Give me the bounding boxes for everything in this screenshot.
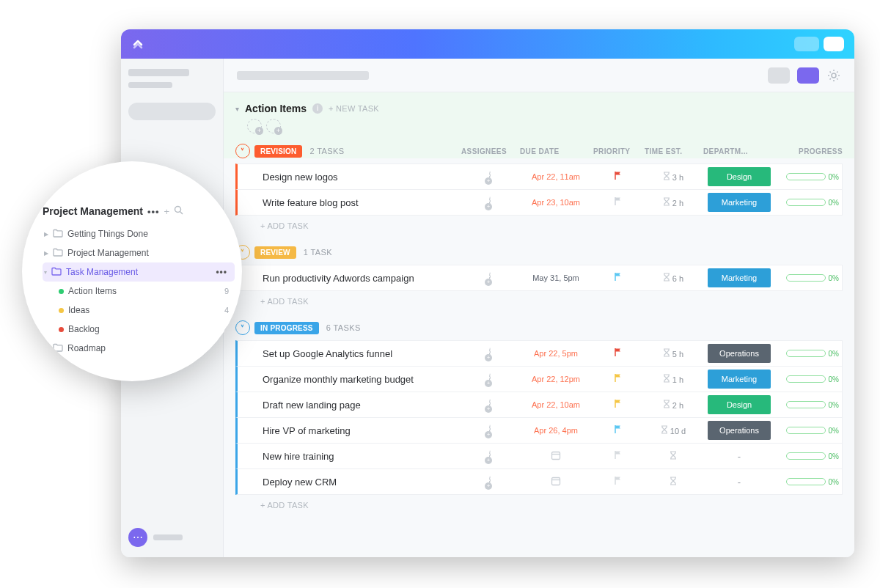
gear-icon[interactable] — [826, 68, 841, 83]
priority-flag-icon[interactable] — [593, 450, 644, 462]
progress-cell[interactable]: 0% — [776, 173, 842, 181]
more-options-icon[interactable]: ••• — [147, 206, 160, 217]
assignee-add-icon[interactable] — [489, 171, 491, 183]
calendar-icon[interactable] — [519, 476, 593, 488]
group-collapse-icon[interactable]: ˅ — [235, 144, 250, 158]
priority-flag-icon[interactable] — [593, 171, 644, 183]
status-chip[interactable]: REVIEW — [254, 246, 296, 259]
task-row[interactable]: Set up Google Analytics funnel Apr 22, 5… — [235, 340, 843, 367]
more-options-icon[interactable]: ••• — [216, 267, 235, 277]
folder-item[interactable]: ▶ Project Management — [43, 243, 235, 262]
add-task-button[interactable]: + ADD TASK — [235, 291, 843, 309]
task-row[interactable]: Design new logos Apr 22, 11am 3 h Design… — [235, 163, 843, 190]
add-task-button[interactable]: + ADD TASK — [235, 495, 843, 512]
tree-caret-icon[interactable]: ▶ — [44, 250, 48, 257]
list-item[interactable]: Action Items 9 — [43, 282, 235, 301]
tree-caret-icon[interactable]: ▶ — [44, 345, 48, 352]
add-icon[interactable]: + — [164, 206, 170, 217]
time-estimate[interactable]: 10 d — [644, 425, 703, 436]
time-estimate[interactable]: 6 h — [644, 273, 703, 283]
progress-cell[interactable]: 0% — [776, 452, 842, 460]
time-estimate[interactable]: 5 h — [644, 348, 703, 359]
task-name[interactable]: Draft new landing page — [257, 400, 461, 411]
due-date[interactable]: Apr 22, 10am — [519, 400, 593, 409]
progress-cell[interactable]: 0% — [776, 350, 842, 358]
priority-flag-icon[interactable] — [593, 373, 644, 385]
priority-flag-icon[interactable] — [593, 425, 644, 436]
task-name[interactable]: Design new logos — [257, 172, 461, 183]
view-toggle-2[interactable] — [797, 67, 819, 84]
department-chip[interactable]: Design — [703, 167, 776, 186]
priority-flag-icon[interactable] — [593, 476, 644, 488]
priority-flag-icon[interactable] — [593, 196, 644, 208]
list-item[interactable]: Ideas 4 — [43, 301, 235, 320]
assignee-add-icon[interactable] — [489, 373, 491, 386]
add-flag-icon[interactable] — [247, 119, 262, 133]
task-name[interactable]: Hire VP of marketing — [257, 425, 461, 436]
sidebar-search[interactable] — [128, 103, 216, 120]
department-chip[interactable]: Operations — [703, 421, 776, 440]
progress-cell[interactable]: 0% — [776, 274, 842, 282]
info-icon[interactable]: i — [312, 103, 323, 114]
assignee-add-icon[interactable] — [489, 196, 491, 209]
department-chip[interactable]: Operations — [703, 344, 776, 363]
time-estimate-empty[interactable] — [644, 477, 703, 487]
assignee-add-icon[interactable] — [489, 450, 491, 463]
department-chip[interactable]: Marketing — [703, 370, 776, 389]
progress-cell[interactable]: 0% — [776, 427, 842, 435]
due-date[interactable]: Apr 26, 4pm — [519, 426, 593, 435]
task-row[interactable]: Draft new landing page Apr 22, 10am 2 h … — [235, 392, 843, 418]
folder-item[interactable]: ▾ Task Management ••• — [43, 262, 235, 282]
assignee-add-icon[interactable] — [489, 425, 491, 437]
department-chip[interactable]: Marketing — [703, 268, 776, 287]
calendar-icon[interactable] — [519, 450, 593, 463]
topbar-pill-1[interactable] — [794, 37, 819, 51]
topbar-pill-2[interactable] — [824, 37, 844, 51]
progress-cell[interactable]: 0% — [776, 401, 842, 409]
view-toggle-1[interactable] — [768, 67, 790, 84]
new-task-button[interactable]: + NEW TASK — [329, 104, 379, 113]
assignee-add-icon[interactable] — [489, 476, 491, 488]
status-chip[interactable]: REVISION — [254, 145, 302, 158]
list-item[interactable]: Backlog 4 — [43, 320, 235, 339]
task-name[interactable]: Deploy new CRM — [257, 477, 461, 488]
task-row[interactable]: Deploy new CRM - 0% — [235, 468, 843, 495]
progress-cell[interactable]: 0% — [776, 478, 842, 486]
task-row[interactable]: New hire training - 0% — [235, 443, 843, 469]
tree-caret-icon[interactable]: ▾ — [44, 269, 47, 276]
task-row[interactable]: Hire VP of marketing Apr 26, 4pm 10 d Op… — [235, 417, 843, 444]
due-date[interactable]: May 31, 5pm — [519, 273, 593, 282]
priority-flag-icon[interactable] — [593, 399, 644, 411]
progress-cell[interactable]: 0% — [776, 375, 842, 383]
chat-bubble-icon[interactable]: ⋯ — [128, 528, 147, 547]
department-empty[interactable]: - — [703, 451, 776, 462]
task-name[interactable]: Run productivity Adwords campaign — [257, 273, 461, 284]
task-name[interactable]: New hire training — [257, 451, 461, 462]
assignee-add-icon[interactable] — [489, 399, 491, 411]
time-estimate[interactable]: 2 h — [644, 400, 703, 410]
task-row[interactable]: Organize monthly marketing budget Apr 22… — [235, 366, 843, 392]
task-row[interactable]: Write feature blog post Apr 23, 10am 2 h… — [235, 189, 843, 216]
time-estimate[interactable]: 1 h — [644, 374, 703, 384]
priority-flag-icon[interactable] — [593, 348, 644, 359]
task-name[interactable]: Organize monthly marketing budget — [257, 374, 461, 385]
task-name[interactable]: Write feature blog post — [257, 197, 461, 208]
time-estimate-empty[interactable] — [644, 451, 703, 461]
priority-flag-icon[interactable] — [593, 272, 644, 284]
search-icon[interactable] — [174, 205, 183, 217]
due-date[interactable]: Apr 23, 10am — [519, 198, 593, 207]
department-empty[interactable]: - — [703, 477, 776, 488]
due-date[interactable]: Apr 22, 12pm — [519, 375, 593, 383]
due-date[interactable]: Apr 22, 5pm — [519, 349, 593, 358]
assignee-add-icon[interactable] — [489, 348, 491, 360]
group-collapse-icon[interactable]: ˅ — [235, 320, 250, 335]
task-name[interactable]: Set up Google Analytics funnel — [257, 348, 461, 359]
department-chip[interactable]: Marketing — [703, 193, 776, 212]
collapse-caret-icon[interactable]: ▾ — [235, 105, 239, 113]
progress-cell[interactable]: 0% — [776, 199, 842, 207]
tree-caret-icon[interactable]: ▶ — [44, 231, 48, 238]
department-chip[interactable]: Design — [703, 395, 776, 414]
add-task-button[interactable]: + ADD TASK — [235, 216, 843, 233]
folder-item[interactable]: ▶ Getting Things Done — [43, 224, 235, 243]
due-date[interactable]: Apr 22, 11am — [519, 172, 593, 181]
